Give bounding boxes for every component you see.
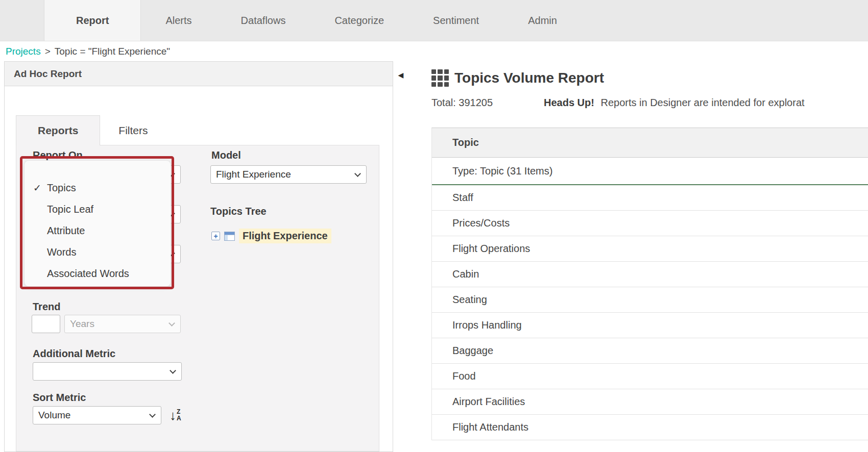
panel-header: Ad Hoc Report <box>5 62 393 86</box>
total-count: Total: 391205 <box>431 97 493 109</box>
report-form: Report On Model Flight Experience <box>16 145 379 451</box>
additional-metric-label: Additional Metric <box>33 348 115 360</box>
dropdown-option-label: Topics <box>47 182 76 194</box>
report-title: Topics Volume Report <box>454 70 604 86</box>
page: Report Alerts Dataflows Categorize Senti… <box>0 0 868 61</box>
breadcrumb: Projects > Topic = "Flight Experience" <box>0 41 868 61</box>
nav-tab-alerts[interactable]: Alerts <box>141 0 216 41</box>
main-content: Ad Hoc Report Reports Filters Report On <box>0 61 868 452</box>
table-row[interactable]: Flight Operations <box>432 236 868 262</box>
topics-tree-root-label[interactable]: Flight Experience <box>239 229 331 243</box>
table-group-row: Type: Topic (31 Items) <box>432 158 868 185</box>
sort-metric-value: Volume <box>38 410 70 421</box>
dropdown-option-associated-words[interactable]: Associated Words <box>25 263 171 284</box>
sort-descending-icon: ↓ <box>170 409 176 422</box>
topics-table: Topic Type: Topic (31 Items) Staff Price… <box>431 128 868 440</box>
dropdown-option-label: Associated Words <box>47 268 129 280</box>
dropdown-option-topic-leaf[interactable]: Topic Leaf <box>25 198 171 220</box>
table-row[interactable]: Food <box>432 364 868 389</box>
table-row[interactable]: Irrops Handling <box>432 313 868 338</box>
nav-tab-dataflows[interactable]: Dataflows <box>216 0 310 41</box>
table-row[interactable]: Airport Facilities <box>432 389 868 415</box>
dropdown-option-attribute[interactable]: Attribute <box>25 220 171 241</box>
panel-tabs: Reports Filters <box>16 115 166 145</box>
heads-up-text: Reports in Designer are intended for exp… <box>600 97 804 108</box>
table-row[interactable]: Cabin <box>432 262 868 287</box>
dropdown-option-label: Topic Leaf <box>47 204 93 215</box>
chevron-down-icon <box>168 320 175 327</box>
table-header-topic: Topic <box>432 128 868 158</box>
report-subheader: Total: 391205 Heads Up! Reports in Desig… <box>431 97 868 111</box>
expand-plus-icon[interactable]: + <box>211 232 220 240</box>
chevron-down-icon <box>170 367 176 374</box>
table-row[interactable]: Staff <box>432 185 868 211</box>
nav-tab-admin[interactable]: Admin <box>503 0 582 41</box>
sort-metric-select[interactable]: Volume <box>33 406 161 424</box>
heads-up-note: Heads Up! Reports in Designer are intend… <box>544 97 805 109</box>
model-select-value: Flight Experience <box>216 169 291 180</box>
nav-tab-report[interactable]: Report <box>44 0 141 41</box>
chevron-down-icon <box>354 170 361 177</box>
heads-up-label: Heads Up! <box>544 97 594 108</box>
report-header: Topics Volume Report <box>431 69 604 87</box>
table-row[interactable]: Flight Attendants <box>432 415 868 440</box>
trend-unit-value: Years <box>70 318 94 330</box>
grid-icon <box>431 69 449 87</box>
breadcrumb-separator: > <box>45 46 51 57</box>
sort-metric-label: Sort Metric <box>33 392 86 404</box>
breadcrumb-projects-link[interactable]: Projects <box>6 46 41 57</box>
nav-tab-sentiment[interactable]: Sentiment <box>408 0 503 41</box>
checkmark-icon: ✓ <box>33 182 47 194</box>
trend-value-input[interactable] <box>32 315 60 333</box>
nav-tab-categorize[interactable]: Categorize <box>310 0 408 41</box>
model-select[interactable]: Flight Experience <box>210 165 367 184</box>
topics-tree-root-node[interactable]: + Flight Experience <box>211 229 331 243</box>
collapse-panel-button[interactable]: ◀ <box>394 67 407 83</box>
tab-reports[interactable]: Reports <box>16 115 100 145</box>
topics-tree-label: Topics Tree <box>210 206 267 217</box>
dropdown-option-topics[interactable]: ✓ Topics <box>25 177 171 198</box>
dropdown-option-words[interactable]: Words <box>25 241 171 263</box>
chevron-down-icon <box>149 411 156 418</box>
model-label: Model <box>211 149 241 161</box>
report-view: Topics Volume Report Total: 391205 Heads… <box>431 61 868 452</box>
top-nav: Report Alerts Dataflows Categorize Senti… <box>0 0 868 41</box>
report-on-dropdown-menu: ✓ Topics Topic Leaf Attribute Words <box>24 160 171 287</box>
sort-order-button[interactable]: ↓ Z A <box>170 406 181 424</box>
table-row[interactable]: Prices/Costs <box>432 211 868 236</box>
dropdown-option-label: Words <box>47 246 76 258</box>
table-row[interactable]: Baggage <box>432 338 868 364</box>
report-on-label: Report On <box>33 149 83 161</box>
dropdown-option-label: Attribute <box>47 225 85 237</box>
adhoc-report-panel: Ad Hoc Report Reports Filters Report On <box>4 61 393 452</box>
additional-metric-select[interactable] <box>33 362 182 381</box>
table-row[interactable]: Seating <box>432 287 868 313</box>
trend-unit-select[interactable]: Years <box>64 315 181 333</box>
model-icon <box>224 232 235 241</box>
sort-za-letters: Z A <box>177 409 181 421</box>
trend-label: Trend <box>33 301 60 313</box>
panel-title: Ad Hoc Report <box>14 68 82 80</box>
tab-filters[interactable]: Filters <box>100 115 166 145</box>
breadcrumb-current: Topic = "Flight Experience" <box>55 46 170 57</box>
